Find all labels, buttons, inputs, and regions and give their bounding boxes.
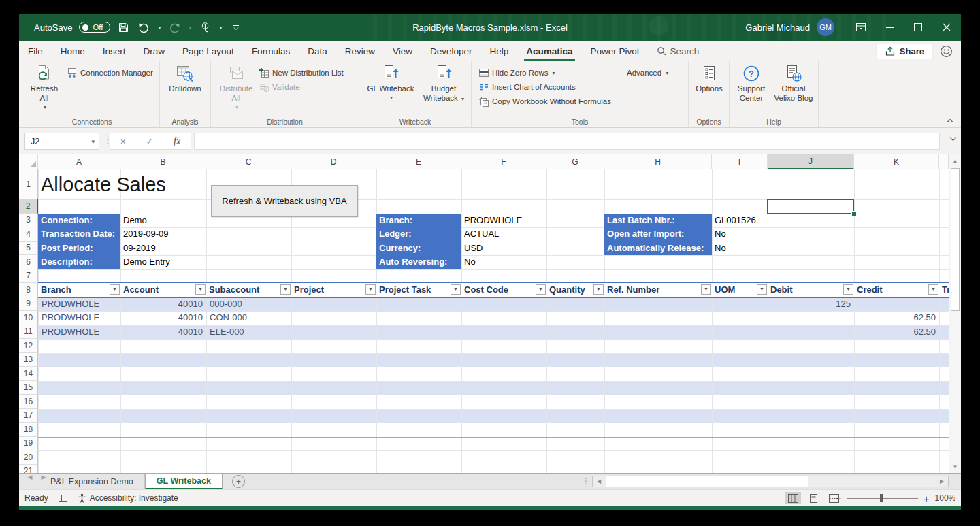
cell-K11[interactable]: 62.50 [854,325,939,340]
cell-E6[interactable]: Auto Reversing: [376,255,461,269]
cell-I4[interactable]: No [712,227,768,242]
cell-E4[interactable]: Ledger: [376,227,461,242]
row-header-13[interactable]: 13 [19,353,38,367]
name-box[interactable]: J2 ▾ [24,133,99,150]
row-header-4[interactable]: 4 [19,227,38,242]
column-header-E[interactable]: E [376,154,461,169]
ribbon-tab-review[interactable]: Review [336,41,384,61]
cell-G8[interactable]: Quantity▼ [546,283,604,297]
cell-E5[interactable]: Currency: [376,242,461,256]
row-header-16[interactable]: 16 [19,395,38,409]
sheet-grid[interactable]: Allocate SalesConnection:DemoTransaction… [19,154,949,473]
filter-dropdown-icon[interactable]: ▼ [757,284,767,295]
filter-dropdown-icon[interactable]: ▼ [365,284,376,295]
column-header-C[interactable]: C [206,154,291,169]
sheet-nav-left-icon[interactable]: ◀ [23,474,37,480]
column-header-D[interactable]: D [291,154,376,169]
row-header-20[interactable]: 20 [19,450,38,465]
cell-B9[interactable]: 40010 [120,297,206,312]
maximize-button[interactable] [904,14,932,41]
undo-dropdown-icon[interactable]: ▾ [159,24,161,31]
column-header-H[interactable]: H [604,154,712,169]
ribbon-tab-developer[interactable]: Developer [421,41,481,61]
cell-A11[interactable]: PRODWHOLE [38,325,120,340]
autosave-toggle[interactable]: Off [79,22,110,33]
search-box[interactable]: Search [649,41,708,61]
cell-I3[interactable]: GL001526 [712,214,768,228]
cell-A4[interactable]: Transaction Date: [38,227,120,242]
save-icon[interactable] [117,20,131,35]
scroll-down-icon[interactable]: ▼ [949,461,961,473]
cell-C8[interactable]: Subaccount▼ [206,283,291,297]
ribbon-tab-draw[interactable]: Draw [135,41,174,61]
row-header-6[interactable]: 6 [19,255,38,269]
row-header-19[interactable]: 19 [19,437,38,451]
cell-K10[interactable]: 62.50 [854,311,939,325]
cell-B5[interactable]: 09-2019 [120,242,206,256]
options-button[interactable]: Options [693,63,725,93]
cell-H5[interactable]: Automatically Release: [604,242,712,256]
new-distribution-list-button[interactable]: New Distribution List [259,66,344,80]
name-box-dropdown-icon[interactable]: ▾ [91,138,99,145]
scroll-right-icon[interactable]: ▶ [936,476,948,487]
official-velixo-blog-button[interactable]: Official Velixo Blog [770,63,817,103]
cell-E3[interactable]: Branch: [376,214,461,228]
cell-H4[interactable]: Open after Import: [604,227,712,242]
formula-input[interactable] [194,133,940,150]
expand-formula-bar-icon[interactable] [949,137,957,142]
customize-qat-icon[interactable] [229,20,243,35]
row-header-17[interactable]: 17 [19,409,38,423]
column-header-B[interactable]: B [120,154,206,169]
cell-I5[interactable]: No [712,242,768,256]
cell-F3[interactable]: PRODWHOLE [461,214,546,228]
zoom-level[interactable]: 100% [935,493,956,503]
row-header-7[interactable]: 7 [19,269,38,284]
advanced-button[interactable]: Advanced ▾ [627,66,668,80]
drilldown-button[interactable]: Drilldown [165,63,206,93]
row-header-18[interactable]: 18 [19,423,38,437]
sheet-tab-gl-writeback[interactable]: GL Writeback [145,474,223,489]
cell-C11[interactable]: ELE-000 [206,325,291,340]
vertical-scrollbar[interactable]: ▲ ▼ [949,154,961,473]
cell-D8[interactable]: Project▼ [291,283,376,297]
vba-refresh-writeback-button[interactable]: Refresh & Writeback using VBA [211,185,358,217]
budget-writeback-button[interactable]: Budget Writeback ▾ [419,63,468,104]
cell-A3[interactable]: Connection: [38,214,120,228]
row-header-5[interactable]: 5 [19,242,38,256]
undo-icon[interactable] [137,20,151,35]
filter-dropdown-icon[interactable]: ▼ [451,284,461,295]
cell-J8[interactable]: Debit▼ [768,283,854,297]
row-header-8[interactable]: 8 [19,283,38,297]
sheet-tab-p-l-expansion-demo[interactable]: P&L Expansion Demo [39,474,145,489]
column-header-F[interactable]: F [461,154,546,169]
filter-dropdown-icon[interactable]: ▼ [536,284,546,295]
ribbon-tab-help[interactable]: Help [481,41,518,61]
macro-record-icon[interactable] [58,493,68,503]
cell-B10[interactable]: 40010 [120,311,206,325]
cell-L8[interactable]: Tr [939,283,949,297]
touch-mouse-mode-icon[interactable] [199,20,212,35]
cell-J9[interactable]: 125 [768,297,854,312]
copy-workbook-without-formulas-button[interactable]: Copy Workbook Without Formulas [478,95,611,108]
ribbon-tab-formulas[interactable]: Formulas [243,41,299,61]
redo-dropdown-icon[interactable]: ▾ [189,24,192,31]
filter-dropdown-icon[interactable]: ▼ [110,284,120,295]
ribbon-tab-acumatica[interactable]: Acumatica [517,41,581,61]
zoom-slider-thumb[interactable] [880,494,883,502]
avatar[interactable]: GM [817,18,834,36]
cell-C10[interactable]: CON-000 [206,311,291,325]
distribute-all-button[interactable]: Distribute All ▾ [216,63,256,112]
row-header-12[interactable]: 12 [19,339,38,353]
ribbon-tab-page-layout[interactable]: Page Layout [174,41,243,61]
horizontal-scrollbar-thumb[interactable] [606,476,808,487]
filter-dropdown-icon[interactable]: ▼ [843,284,853,295]
cell-A5[interactable]: Post Period: [38,242,120,256]
row-header-2[interactable]: 2 [19,199,38,214]
sheet-nav-right-icon[interactable]: ▶ [37,474,50,480]
cell-E8[interactable]: Project Task▼ [376,283,461,297]
cell-H3[interactable]: Last Batch Nbr.: [604,214,712,228]
page-layout-view-button[interactable] [805,492,821,504]
cell-H8[interactable]: Ref. Number▼ [604,283,712,297]
column-header-G[interactable]: G [546,154,604,169]
connection-manager-button[interactable]: Connection Manager [67,66,153,80]
